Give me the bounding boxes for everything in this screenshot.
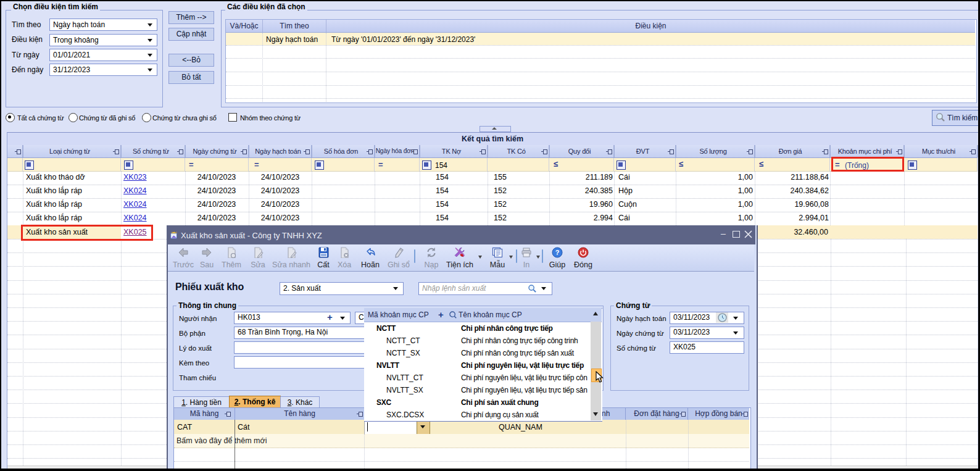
svg-text:?: ?	[555, 249, 560, 256]
